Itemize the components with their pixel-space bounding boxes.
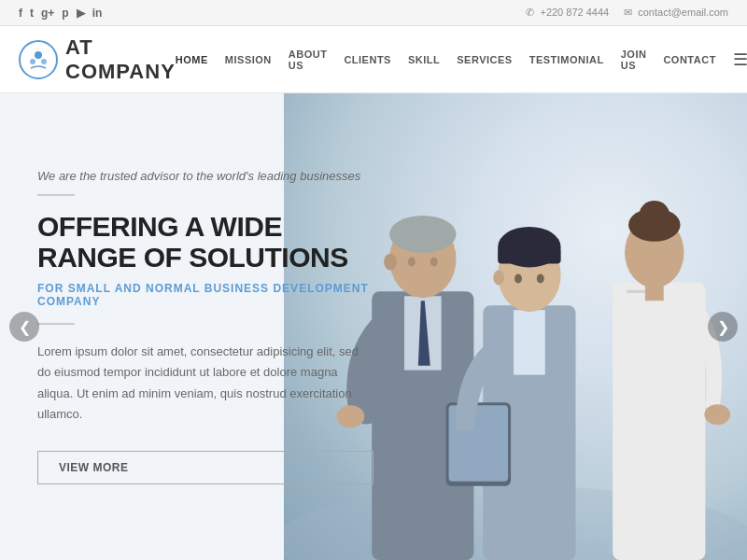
email-icon: ✉ [624,7,632,18]
hero-subtitle: We are the trusted advisor to the world'… [37,169,374,183]
logo-text: AT COMPANY [65,35,176,84]
linkedin-link[interactable]: in [92,7,103,20]
svg-rect-23 [613,282,705,560]
nav-services[interactable]: SERVICES [457,54,512,65]
svg-rect-17 [498,247,560,264]
logo[interactable]: AT COMPANY [19,35,176,84]
hero-next-arrow[interactable]: ❯ [708,312,738,342]
pinterest-link[interactable]: p [62,7,68,20]
logo-icon [19,40,58,79]
nav-clients[interactable]: CLIENTS [344,54,391,65]
contact-info: ✆ +220 872 4444 ✉ contact@email.com [526,7,728,19]
svg-rect-14 [514,310,545,374]
svg-point-26 [640,201,669,227]
hero-description: Lorem ipsum dolor sit amet, consectetur … [37,342,374,424]
svg-point-1 [30,59,35,64]
nav-mission[interactable]: MISSION [225,54,272,65]
twitter-link[interactable]: t [30,7,34,20]
svg-point-0 [35,51,42,59]
hero-prev-arrow[interactable]: ❮ [9,312,39,342]
arrow-right-icon: ❯ [717,318,729,336]
view-more-button[interactable]: VIEW MORE [37,451,374,484]
top-bar: f t g+ p ▶ in ✆ +220 872 4444 ✉ contact@… [0,0,747,26]
logo-svg [26,48,50,72]
hamburger-icon[interactable]: ☰ [733,49,747,70]
facebook-link[interactable]: f [19,7,22,20]
email-link[interactable]: ✉ contact@email.com [624,7,728,19]
header: AT COMPANY HOME MISSION ABOUT US CLIENTS… [0,26,747,93]
nav-skill[interactable]: SKILL [408,54,440,65]
svg-point-11 [430,258,438,267]
hero-section: We are the trusted advisor to the world'… [0,93,747,560]
svg-point-19 [514,273,522,283]
svg-point-29 [704,404,730,425]
social-links: f t g+ p ▶ in [19,7,102,20]
arrow-left-icon: ❮ [19,318,31,336]
svg-rect-27 [645,282,664,301]
email-address: contact@email.com [638,7,728,18]
youtube-link[interactable]: ▶ [77,7,85,20]
hero-divider-2 [37,323,75,325]
nav-home[interactable]: HOME [176,54,208,65]
hero-tagline: FOR SMALL AND NORMAL BUSINESS DEVELOPMEN… [37,282,374,308]
hero-title: OFFERING A WIDE RANGE OF SOLUTIONS [37,211,374,273]
svg-point-2 [41,59,47,64]
nav-about[interactable]: ABOUT US [289,49,328,71]
nav-joinus[interactable]: JOIN US [621,49,647,71]
phone-info: ✆ +220 872 4444 [526,7,609,19]
main-nav: HOME MISSION ABOUT US CLIENTS SKILL SERV… [176,49,747,71]
hero-content: We are the trusted advisor to the world'… [0,93,411,560]
nav-testimonial[interactable]: TESTIMONIAL [529,54,604,65]
svg-point-20 [537,273,544,283]
nav-contact[interactable]: CONTACT [663,54,715,65]
svg-point-18 [493,271,504,286]
hero-divider-1 [37,194,75,196]
phone-number: +220 872 4444 [540,7,609,18]
phone-icon: ✆ [526,7,534,18]
googleplus-link[interactable]: g+ [41,7,54,20]
